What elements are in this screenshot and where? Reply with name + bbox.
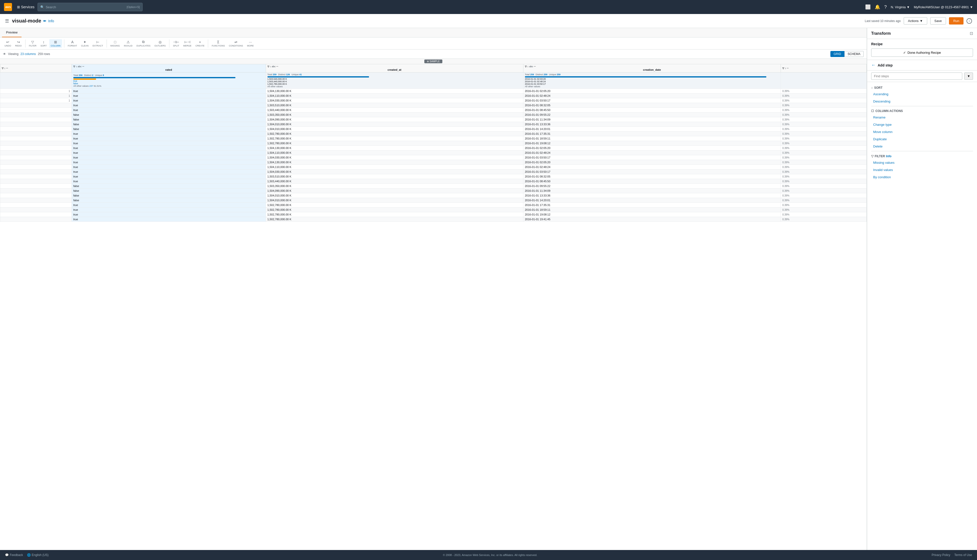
creation-date-header[interactable]: ▽ ↕ abc ··· creation_date [523, 64, 781, 72]
created-abc-label: abc [272, 65, 276, 68]
back-arrow-icon[interactable]: ← [871, 62, 876, 68]
rated-cell: true [72, 170, 266, 174]
invalid-values-item[interactable]: Invalid values [867, 166, 977, 173]
duplicates-label: DUPLICATES [136, 45, 150, 47]
column-actions-label: COLUMN ACTIONS [875, 109, 903, 113]
check-icon: ✓ [903, 51, 906, 55]
invalid-label: INVALID [124, 45, 132, 47]
info-badge[interactable]: Info [48, 19, 54, 23]
more-button[interactable]: ··· MORE [246, 39, 255, 48]
creation-date-cell: 2016-01-01 19:08:12 [523, 141, 781, 146]
created-sort-icon: ↕ [270, 65, 271, 68]
ascending-item[interactable]: Ascending [867, 90, 977, 98]
step-sections: ↕ SORT Ascending Descending ☐ COLUMN ACT… [867, 82, 977, 550]
missing-values-item[interactable]: Missing values [867, 159, 977, 166]
table-row: true1,504,110,000.00 K2016-01-01 02:48:2… [0, 165, 867, 170]
sample-badge: ⊕ SAMPLE [424, 60, 442, 63]
add-step-row[interactable]: ← Add step [867, 60, 977, 70]
sort-section-icon: ↕ [871, 86, 873, 90]
row-number [0, 132, 72, 136]
extra-cell: 0.39% [781, 93, 867, 98]
run-button[interactable]: Run [949, 17, 964, 25]
created-at-cell: 1,504,010,000.00 K [266, 193, 523, 198]
services-label: Services [21, 5, 35, 9]
change-type-item[interactable]: Change type [867, 121, 977, 128]
collapse-button[interactable]: ⊡ [970, 31, 973, 36]
creation-date-cell: 2016-01-01 18:59:11 [523, 136, 781, 141]
created-at-cell: 1,502,780,000.00 K [266, 217, 523, 222]
creation-date-cell: 2016-01-01 17:35:31 [523, 132, 781, 136]
missing-button[interactable]: □ MISSING [109, 39, 121, 48]
column-button[interactable]: ⊞ COLUMN [49, 39, 62, 48]
created-at-cell: 1,504,010,000.00 K [266, 198, 523, 203]
delete-item[interactable]: Delete [867, 143, 977, 150]
rated-cell: true [72, 136, 266, 141]
invalid-icon: ⚠ [127, 40, 130, 44]
extra-filter-icon: ▽ [782, 67, 784, 70]
viewing-label: Viewing [8, 52, 18, 56]
schema-view-button[interactable]: SCHEMA [844, 51, 863, 57]
search-input[interactable] [46, 5, 127, 9]
user-menu[interactable]: MyRole/AWSUser @ 0123-4567-8901 ▼ [914, 5, 973, 9]
outliers-button[interactable]: ◎ OUTLIERS [153, 39, 167, 48]
redo-button[interactable]: ↪ REDO [14, 39, 23, 48]
rated-header[interactable]: ▽ ↕ abc ··· rated [72, 64, 266, 72]
edit-icon[interactable]: ✏ [43, 19, 46, 23]
rename-item[interactable]: Rename [867, 114, 977, 121]
tab-preview[interactable]: Preview [2, 28, 22, 37]
extra-header: ▽ ↕ ··· [781, 64, 867, 72]
split-button[interactable]: ⊣⊢ SPLIT [171, 39, 180, 48]
terminal-icon[interactable]: ⬜ [865, 4, 871, 10]
aws-logo[interactable]: aws [4, 3, 12, 11]
by-condition-item[interactable]: By condition [867, 173, 977, 181]
functions-button[interactable]: Σ FUNCTIONS [210, 39, 226, 48]
duplicate-item[interactable]: Duplicate [867, 135, 977, 143]
region-selector[interactable]: N. Virginia ▼ [891, 5, 910, 9]
merge-button[interactable]: ⊢⊣ MERGE [182, 39, 193, 48]
hamburger-menu[interactable]: ☰ [5, 18, 9, 24]
grid-view-button[interactable]: GRID [830, 51, 844, 57]
crdate-abc-label: abc [529, 65, 533, 68]
move-column-item[interactable]: Move column [867, 128, 977, 135]
create-button[interactable]: + CREATE [194, 39, 206, 48]
info-circle-button[interactable]: i [967, 18, 972, 24]
help-icon[interactable]: ? [884, 5, 887, 10]
find-steps-dropdown[interactable]: ▼ [964, 72, 973, 80]
creation-date-cell: 2016-01-01 18:59:11 [523, 208, 781, 212]
column-actions-header: ☐ COLUMN ACTIONS [867, 107, 977, 114]
row-number [0, 103, 72, 108]
filter-button[interactable]: ▽ FILTER [28, 39, 38, 48]
conditions-icon: ⇌ [234, 40, 237, 44]
recipe-section: Recipe ✓ Done Authoring Recipe [867, 39, 977, 60]
services-menu[interactable]: ⊞ Services [17, 5, 35, 9]
created-at-header[interactable]: ▽ ↕ abc ··· created_at [266, 64, 523, 72]
left-panel: Preview ↩ UNDO ↪ REDO ▽ FILTER ↕ SORT ⊞ [0, 28, 867, 550]
done-authoring-button[interactable]: ✓ Done Authoring Recipe [871, 48, 973, 57]
search-bar[interactable]: 🔍 [Option+S] [38, 3, 143, 11]
sort-section-header: ↕ SORT [867, 84, 977, 90]
sort-label: SORT [40, 45, 47, 47]
data-table-wrap[interactable]: ▽ ↕ ··· ▽ ↕ abc ··· [0, 64, 867, 550]
invalid-button[interactable]: ⚠ INVALID [122, 39, 134, 48]
created-at-cell: 1,504,130,000.00 K [266, 160, 523, 165]
sort-button[interactable]: ↕ SORT [39, 39, 48, 48]
row-number [0, 217, 72, 222]
find-steps-input[interactable] [871, 72, 962, 80]
row-number [0, 136, 72, 141]
row-number [0, 165, 72, 170]
clean-button[interactable]: ✦ CLEAN [80, 39, 90, 48]
format-button[interactable]: A FORMAT [66, 39, 78, 48]
conditions-button[interactable]: ⇌ CONDITIONS [227, 39, 245, 48]
creation-date-cell: 2016-01-01 08:45:50 [523, 108, 781, 112]
column-count[interactable]: 23 columns [20, 52, 36, 56]
extract-button[interactable]: ⊢ EXTRACT [91, 39, 105, 48]
duplicates-button[interactable]: ⧉ DUPLICATES [135, 39, 152, 48]
extra-cell: 0.39% [781, 127, 867, 132]
actions-button[interactable]: Actions ▼ [904, 17, 927, 25]
redo-icon: ↪ [17, 40, 20, 44]
save-button[interactable]: Save [930, 17, 946, 25]
extra-cell: 0.39% [781, 146, 867, 150]
descending-item[interactable]: Descending [867, 98, 977, 105]
undo-button[interactable]: ↩ UNDO [3, 39, 13, 48]
bell-icon[interactable]: 🔔 [875, 4, 880, 10]
